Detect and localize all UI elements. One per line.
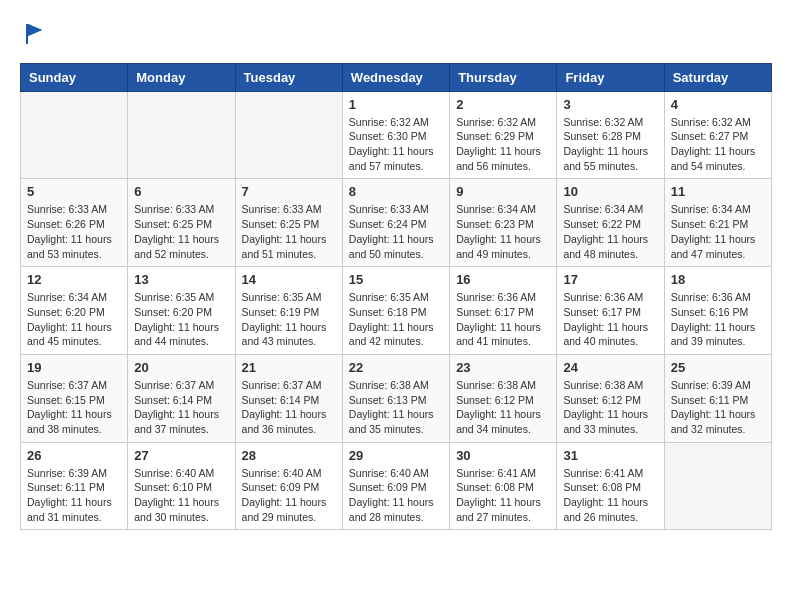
- calendar-cell: [128, 91, 235, 179]
- calendar-cell: 26Sunrise: 6:39 AM Sunset: 6:11 PM Dayli…: [21, 442, 128, 530]
- day-info: Sunrise: 6:40 AM Sunset: 6:09 PM Dayligh…: [242, 466, 336, 525]
- day-info: Sunrise: 6:37 AM Sunset: 6:14 PM Dayligh…: [242, 378, 336, 437]
- day-info: Sunrise: 6:36 AM Sunset: 6:17 PM Dayligh…: [456, 290, 550, 349]
- calendar-cell: 15Sunrise: 6:35 AM Sunset: 6:18 PM Dayli…: [342, 267, 449, 355]
- day-number: 20: [134, 360, 228, 375]
- day-info: Sunrise: 6:35 AM Sunset: 6:19 PM Dayligh…: [242, 290, 336, 349]
- day-number: 27: [134, 448, 228, 463]
- calendar-cell: 9Sunrise: 6:34 AM Sunset: 6:23 PM Daylig…: [450, 179, 557, 267]
- calendar-week-row: 5Sunrise: 6:33 AM Sunset: 6:26 PM Daylig…: [21, 179, 772, 267]
- calendar-table: SundayMondayTuesdayWednesdayThursdayFrid…: [20, 63, 772, 531]
- calendar-cell: 1Sunrise: 6:32 AM Sunset: 6:30 PM Daylig…: [342, 91, 449, 179]
- day-info: Sunrise: 6:32 AM Sunset: 6:30 PM Dayligh…: [349, 115, 443, 174]
- day-info: Sunrise: 6:35 AM Sunset: 6:18 PM Dayligh…: [349, 290, 443, 349]
- day-number: 16: [456, 272, 550, 287]
- calendar-cell: 24Sunrise: 6:38 AM Sunset: 6:12 PM Dayli…: [557, 354, 664, 442]
- calendar-cell: 8Sunrise: 6:33 AM Sunset: 6:24 PM Daylig…: [342, 179, 449, 267]
- day-info: Sunrise: 6:41 AM Sunset: 6:08 PM Dayligh…: [456, 466, 550, 525]
- day-info: Sunrise: 6:35 AM Sunset: 6:20 PM Dayligh…: [134, 290, 228, 349]
- calendar-cell: 17Sunrise: 6:36 AM Sunset: 6:17 PM Dayli…: [557, 267, 664, 355]
- calendar-cell: 11Sunrise: 6:34 AM Sunset: 6:21 PM Dayli…: [664, 179, 771, 267]
- column-header-wednesday: Wednesday: [342, 63, 449, 91]
- day-info: Sunrise: 6:36 AM Sunset: 6:16 PM Dayligh…: [671, 290, 765, 349]
- day-info: Sunrise: 6:32 AM Sunset: 6:28 PM Dayligh…: [563, 115, 657, 174]
- day-info: Sunrise: 6:32 AM Sunset: 6:29 PM Dayligh…: [456, 115, 550, 174]
- day-info: Sunrise: 6:32 AM Sunset: 6:27 PM Dayligh…: [671, 115, 765, 174]
- column-header-friday: Friday: [557, 63, 664, 91]
- day-number: 30: [456, 448, 550, 463]
- day-info: Sunrise: 6:38 AM Sunset: 6:13 PM Dayligh…: [349, 378, 443, 437]
- calendar-cell: 23Sunrise: 6:38 AM Sunset: 6:12 PM Dayli…: [450, 354, 557, 442]
- day-number: 6: [134, 184, 228, 199]
- day-number: 8: [349, 184, 443, 199]
- day-info: Sunrise: 6:38 AM Sunset: 6:12 PM Dayligh…: [456, 378, 550, 437]
- day-info: Sunrise: 6:33 AM Sunset: 6:26 PM Dayligh…: [27, 202, 121, 261]
- logo-flag-icon: [22, 20, 50, 48]
- day-info: Sunrise: 6:39 AM Sunset: 6:11 PM Dayligh…: [671, 378, 765, 437]
- calendar-cell: 7Sunrise: 6:33 AM Sunset: 6:25 PM Daylig…: [235, 179, 342, 267]
- day-info: Sunrise: 6:39 AM Sunset: 6:11 PM Dayligh…: [27, 466, 121, 525]
- calendar-week-row: 1Sunrise: 6:32 AM Sunset: 6:30 PM Daylig…: [21, 91, 772, 179]
- day-info: Sunrise: 6:34 AM Sunset: 6:22 PM Dayligh…: [563, 202, 657, 261]
- calendar-week-row: 12Sunrise: 6:34 AM Sunset: 6:20 PM Dayli…: [21, 267, 772, 355]
- calendar-week-row: 19Sunrise: 6:37 AM Sunset: 6:15 PM Dayli…: [21, 354, 772, 442]
- calendar-cell: 22Sunrise: 6:38 AM Sunset: 6:13 PM Dayli…: [342, 354, 449, 442]
- calendar-cell: 12Sunrise: 6:34 AM Sunset: 6:20 PM Dayli…: [21, 267, 128, 355]
- calendar-week-row: 26Sunrise: 6:39 AM Sunset: 6:11 PM Dayli…: [21, 442, 772, 530]
- day-number: 3: [563, 97, 657, 112]
- day-info: Sunrise: 6:33 AM Sunset: 6:24 PM Dayligh…: [349, 202, 443, 261]
- day-number: 7: [242, 184, 336, 199]
- calendar-cell: 3Sunrise: 6:32 AM Sunset: 6:28 PM Daylig…: [557, 91, 664, 179]
- calendar-cell: [664, 442, 771, 530]
- column-header-tuesday: Tuesday: [235, 63, 342, 91]
- day-info: Sunrise: 6:41 AM Sunset: 6:08 PM Dayligh…: [563, 466, 657, 525]
- calendar-cell: 2Sunrise: 6:32 AM Sunset: 6:29 PM Daylig…: [450, 91, 557, 179]
- day-info: Sunrise: 6:36 AM Sunset: 6:17 PM Dayligh…: [563, 290, 657, 349]
- calendar-cell: 16Sunrise: 6:36 AM Sunset: 6:17 PM Dayli…: [450, 267, 557, 355]
- day-info: Sunrise: 6:34 AM Sunset: 6:20 PM Dayligh…: [27, 290, 121, 349]
- day-number: 19: [27, 360, 121, 375]
- day-number: 12: [27, 272, 121, 287]
- calendar-cell: 25Sunrise: 6:39 AM Sunset: 6:11 PM Dayli…: [664, 354, 771, 442]
- calendar-cell: 30Sunrise: 6:41 AM Sunset: 6:08 PM Dayli…: [450, 442, 557, 530]
- calendar-cell: 4Sunrise: 6:32 AM Sunset: 6:27 PM Daylig…: [664, 91, 771, 179]
- calendar-cell: 6Sunrise: 6:33 AM Sunset: 6:25 PM Daylig…: [128, 179, 235, 267]
- day-number: 2: [456, 97, 550, 112]
- day-number: 4: [671, 97, 765, 112]
- day-number: 5: [27, 184, 121, 199]
- day-number: 1: [349, 97, 443, 112]
- day-info: Sunrise: 6:37 AM Sunset: 6:14 PM Dayligh…: [134, 378, 228, 437]
- day-info: Sunrise: 6:38 AM Sunset: 6:12 PM Dayligh…: [563, 378, 657, 437]
- page-header: [20, 20, 772, 47]
- day-number: 15: [349, 272, 443, 287]
- day-info: Sunrise: 6:34 AM Sunset: 6:23 PM Dayligh…: [456, 202, 550, 261]
- day-number: 14: [242, 272, 336, 287]
- logo: [20, 20, 50, 47]
- day-number: 29: [349, 448, 443, 463]
- column-header-thursday: Thursday: [450, 63, 557, 91]
- column-header-saturday: Saturday: [664, 63, 771, 91]
- day-number: 11: [671, 184, 765, 199]
- calendar-cell: 14Sunrise: 6:35 AM Sunset: 6:19 PM Dayli…: [235, 267, 342, 355]
- calendar-cell: [235, 91, 342, 179]
- calendar-cell: 29Sunrise: 6:40 AM Sunset: 6:09 PM Dayli…: [342, 442, 449, 530]
- day-number: 18: [671, 272, 765, 287]
- calendar-cell: 28Sunrise: 6:40 AM Sunset: 6:09 PM Dayli…: [235, 442, 342, 530]
- day-number: 23: [456, 360, 550, 375]
- column-header-monday: Monday: [128, 63, 235, 91]
- calendar-header-row: SundayMondayTuesdayWednesdayThursdayFrid…: [21, 63, 772, 91]
- day-number: 31: [563, 448, 657, 463]
- day-number: 10: [563, 184, 657, 199]
- day-number: 22: [349, 360, 443, 375]
- calendar-cell: 20Sunrise: 6:37 AM Sunset: 6:14 PM Dayli…: [128, 354, 235, 442]
- calendar-cell: 21Sunrise: 6:37 AM Sunset: 6:14 PM Dayli…: [235, 354, 342, 442]
- day-number: 24: [563, 360, 657, 375]
- day-info: Sunrise: 6:37 AM Sunset: 6:15 PM Dayligh…: [27, 378, 121, 437]
- day-info: Sunrise: 6:40 AM Sunset: 6:10 PM Dayligh…: [134, 466, 228, 525]
- day-number: 17: [563, 272, 657, 287]
- day-info: Sunrise: 6:33 AM Sunset: 6:25 PM Dayligh…: [134, 202, 228, 261]
- day-number: 25: [671, 360, 765, 375]
- calendar-cell: 31Sunrise: 6:41 AM Sunset: 6:08 PM Dayli…: [557, 442, 664, 530]
- calendar-cell: 10Sunrise: 6:34 AM Sunset: 6:22 PM Dayli…: [557, 179, 664, 267]
- day-info: Sunrise: 6:34 AM Sunset: 6:21 PM Dayligh…: [671, 202, 765, 261]
